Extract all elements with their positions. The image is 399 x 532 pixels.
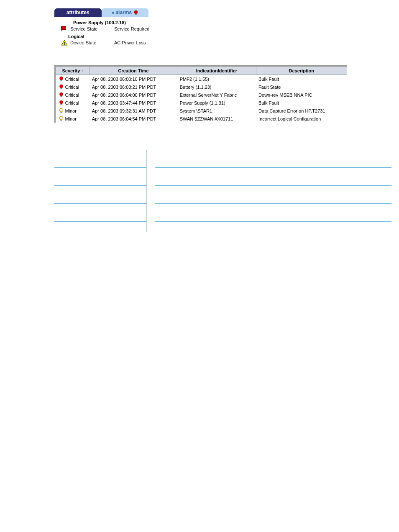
svg-rect-11 <box>60 96 62 97</box>
creation-time-cell: Apr 08, 2003 06:04:54 PM PDT <box>90 115 177 123</box>
indication-id-cell: Battery (1.1.23) <box>177 83 256 91</box>
attr-title: Power Supply (100.2.18) <box>73 20 169 25</box>
svg-text:!: ! <box>64 41 65 46</box>
severity-text: Minor <box>65 108 77 113</box>
alarm-row[interactable]: MinorApr 08, 2003 09:32:31 AM PDTSystem … <box>56 107 347 115</box>
col-creation-time[interactable]: Creation Time <box>90 67 177 75</box>
sort-arrow-icon: ↑ <box>81 69 83 73</box>
severity-text: Critical <box>65 77 79 82</box>
severity-icon <box>59 84 64 90</box>
creation-time-cell: Apr 08, 2003 06:03:21 PM PDT <box>90 83 177 91</box>
indication-id-cell: Power Supply (1.1.31) <box>177 99 256 107</box>
svg-point-14 <box>59 108 63 112</box>
warning-icon: ! <box>61 40 68 46</box>
creation-time-cell: Apr 08, 2003 09:32:31 AM PDT <box>90 107 177 115</box>
indication-id-cell: SWAN $ZZWAN.#X01711 <box>177 115 256 123</box>
svg-point-10 <box>59 93 63 96</box>
svg-point-12 <box>59 100 63 104</box>
severity-text: Critical <box>65 93 79 98</box>
svg-rect-15 <box>60 112 62 113</box>
indication-id-cell: External ServerNet Y Fabric <box>177 91 256 99</box>
svg-rect-9 <box>60 88 62 89</box>
creation-time-cell: Apr 08, 2003 06:04:00 PM PDT <box>90 91 177 99</box>
tab-attributes[interactable]: attributes <box>54 8 102 17</box>
device-state-label: Device State <box>70 40 114 45</box>
description-cell: Fault State <box>256 83 347 91</box>
bell-icon <box>133 10 138 15</box>
indication-id-cell: System \STAR1 <box>177 107 256 115</box>
service-state-value: Service Required <box>114 26 149 31</box>
severity-text: Minor <box>65 116 77 121</box>
svg-rect-17 <box>60 120 62 121</box>
creation-time-cell: Apr 08, 2003 03:47:44 PM PDT <box>90 99 177 107</box>
svg-rect-13 <box>60 104 62 105</box>
tabs-bar: attributes » alarms <box>54 8 148 17</box>
description-cell: Data Capture Error on HP.T2731 <box>256 107 347 115</box>
device-state-value: AC Power Loss <box>114 40 146 45</box>
col-severity-label: Severity <box>62 68 80 73</box>
svg-rect-7 <box>60 80 62 81</box>
alarm-row[interactable]: CriticalApr 08, 2003 06:04:00 PM PDTExte… <box>56 91 347 99</box>
col-indication-identifier[interactable]: IndicationIdentifier <box>177 67 256 75</box>
description-cell: Bulk Fault <box>256 99 347 107</box>
col-severity[interactable]: Severity ↑ <box>56 67 90 75</box>
tab-alarms-label: » alarms <box>111 10 132 15</box>
svg-point-6 <box>59 77 63 80</box>
description-cell: Bulk Fault <box>256 75 347 83</box>
severity-icon <box>59 76 64 82</box>
attributes-panel: Power Supply (100.2.18) Service State Se… <box>61 17 169 46</box>
svg-point-8 <box>59 85 63 88</box>
svg-point-0 <box>134 10 138 14</box>
severity-icon <box>59 108 64 113</box>
severity-text: Critical <box>65 100 79 105</box>
logical-label: Logical <box>68 34 169 39</box>
severity-icon <box>59 92 64 98</box>
svg-rect-1 <box>135 14 137 15</box>
col-description[interactable]: Description <box>256 67 347 75</box>
description-cell: Incorrect Logical Configuration <box>256 115 347 123</box>
alarm-row[interactable]: CriticalApr 08, 2003 03:47:44 PM PDTPowe… <box>56 99 347 107</box>
service-state-label: Service State <box>70 26 114 31</box>
alarm-table-container: Severity ↑ Creation Time IndicationIdent… <box>54 65 347 123</box>
tab-alarms[interactable]: » alarms <box>102 8 149 17</box>
indication-id-cell: PMF2 (1.1.55) <box>177 75 256 83</box>
severity-icon <box>59 116 64 121</box>
severity-text: Critical <box>65 85 79 90</box>
severity-icon <box>59 100 64 105</box>
alarm-table-header-row: Severity ↑ Creation Time IndicationIdent… <box>56 67 347 75</box>
description-cell: Down-rev MSEB NNA PIC <box>256 91 347 99</box>
svg-point-16 <box>59 116 63 120</box>
creation-time-cell: Apr 08, 2003 06:00:10 PM PDT <box>90 75 177 83</box>
alarm-row[interactable]: CriticalApr 08, 2003 06:00:10 PM PDTPMF2… <box>56 75 347 83</box>
alarm-table: Severity ↑ Creation Time IndicationIdent… <box>56 67 347 123</box>
alarm-row[interactable]: MinorApr 08, 2003 06:04:54 PM PDTSWAN $Z… <box>56 115 347 123</box>
flag-critical-icon <box>61 26 68 32</box>
alarm-row[interactable]: CriticalApr 08, 2003 06:03:21 PM PDTBatt… <box>56 83 347 91</box>
svg-marker-2 <box>61 26 66 30</box>
divider-section <box>54 150 391 232</box>
